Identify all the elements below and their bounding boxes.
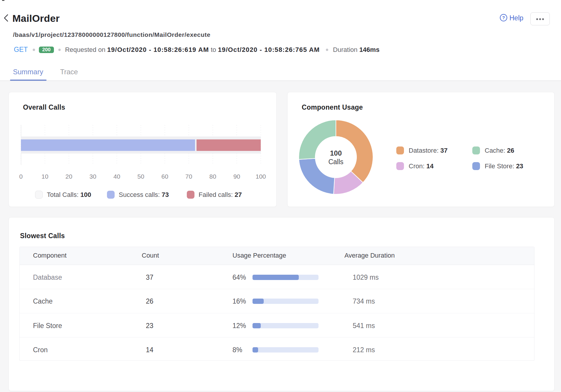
svg-text:50: 50 bbox=[137, 173, 144, 180]
svg-text:80: 80 bbox=[209, 173, 216, 180]
svg-text:40: 40 bbox=[113, 173, 120, 180]
svg-text:60: 60 bbox=[161, 173, 168, 180]
svg-text:20: 20 bbox=[65, 173, 72, 180]
svg-text:10: 10 bbox=[42, 173, 48, 180]
svg-text:0: 0 bbox=[19, 173, 23, 180]
svg-text:30: 30 bbox=[90, 173, 96, 180]
svg-text:100: 100 bbox=[255, 173, 266, 180]
svg-text:?: ? bbox=[502, 15, 505, 20]
svg-text:100: 100 bbox=[330, 149, 342, 157]
svg-text:90: 90 bbox=[233, 173, 240, 180]
svg-text:Calls: Calls bbox=[328, 158, 343, 166]
svg-text:70: 70 bbox=[185, 173, 192, 180]
